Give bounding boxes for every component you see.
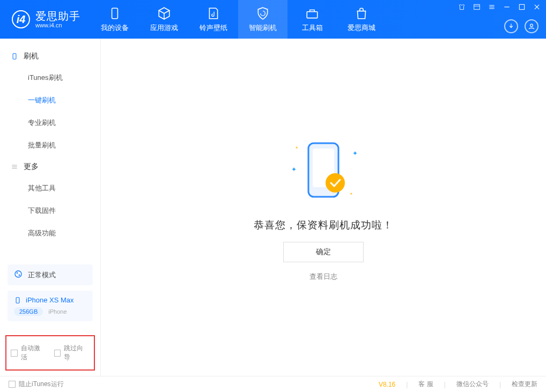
success-message: 恭喜您，保资料刷机成功啦！ xyxy=(254,218,393,232)
phone-icon xyxy=(11,53,18,60)
svg-point-16 xyxy=(15,271,21,277)
download-button[interactable] xyxy=(504,19,518,33)
svg-point-11 xyxy=(530,24,533,27)
footer-wechat[interactable]: 微信公众号 xyxy=(456,380,489,389)
ok-button[interactable]: 确定 xyxy=(283,242,364,262)
sidebar-item-itunes-flash[interactable]: iTunes刷机 xyxy=(0,66,100,89)
device-name-row: iPhone XS Max xyxy=(14,296,86,304)
sparkle-icon: ✦ xyxy=(352,150,358,157)
logo-area: i4 爱思助手 www.i4.cn xyxy=(0,0,90,39)
svg-rect-2 xyxy=(474,4,480,9)
app-name: 爱思助手 xyxy=(35,10,80,22)
nav-tabs: 我的设备 应用游戏 铃声壁纸 智能刷机 工具箱 爱思商城 xyxy=(90,0,386,39)
device-icon xyxy=(108,6,122,20)
device-capacity: 256GB xyxy=(14,307,43,316)
svg-rect-19 xyxy=(16,297,19,303)
sparkle-icon: • xyxy=(296,144,298,152)
tab-ringtones[interactable]: 铃声壁纸 xyxy=(189,0,238,39)
maximize-icon[interactable] xyxy=(518,3,526,12)
checkbox-icon xyxy=(9,381,16,388)
mode-card[interactable]: 正常模式 xyxy=(8,264,93,285)
tab-toolbox[interactable]: 工具箱 xyxy=(287,0,337,39)
sidebar-status: 正常模式 iPhone XS Max 256GB iPhone xyxy=(0,264,100,332)
tab-smart-flash[interactable]: 智能刷机 xyxy=(238,0,287,39)
checkbox-block-itunes[interactable]: 阻止iTunes运行 xyxy=(9,380,64,389)
sidebar: 刷机 iTunes刷机 一键刷机 专业刷机 批量刷机 更多 其他工具 下载固件 … xyxy=(0,39,101,376)
checkbox-auto-activate[interactable]: 自动激活 xyxy=(11,344,47,362)
mode-icon xyxy=(14,270,23,280)
checkbox-icon xyxy=(54,350,61,357)
footer-update[interactable]: 检查更新 xyxy=(512,380,537,389)
music-file-icon xyxy=(206,6,220,20)
shield-sync-icon xyxy=(256,6,270,20)
svg-rect-12 xyxy=(13,54,16,60)
close-icon[interactable] xyxy=(533,3,541,12)
sidebar-item-pro-flash[interactable]: 专业刷机 xyxy=(0,112,100,134)
view-log-link[interactable]: 查看日志 xyxy=(309,272,337,282)
svg-point-18 xyxy=(19,275,20,276)
sidebar-group-flash: 刷机 xyxy=(0,46,100,66)
flash-options-highlight: 自动激活 跳过向导 xyxy=(5,335,95,371)
svg-point-17 xyxy=(17,272,18,274)
sidebar-item-advanced[interactable]: 高级功能 xyxy=(0,222,100,245)
footer-support[interactable]: 客 服 xyxy=(418,380,433,389)
layout-icon[interactable] xyxy=(473,3,481,12)
cube-icon xyxy=(157,6,171,20)
sidebar-group-more: 更多 xyxy=(0,157,100,177)
device-card[interactable]: iPhone XS Max 256GB iPhone xyxy=(8,291,93,321)
app-url: www.i4.cn xyxy=(35,22,80,28)
svg-rect-1 xyxy=(307,11,318,18)
tab-store[interactable]: 爱思商城 xyxy=(337,0,386,39)
sidebar-item-oneclick-flash[interactable]: 一键刷机 xyxy=(0,89,100,112)
phone-small-icon xyxy=(14,297,21,304)
list-icon xyxy=(11,163,18,171)
main-area: ✦ ✦ • • 恭喜您，保资料刷机成功啦！ 确定 查看日志 xyxy=(101,39,546,376)
sidebar-item-download-firmware[interactable]: 下载固件 xyxy=(0,199,100,222)
header-actions xyxy=(504,19,538,33)
minimize-icon[interactable] xyxy=(503,3,511,12)
success-illustration: ✦ ✦ • • xyxy=(286,134,361,209)
tab-apps-games[interactable]: 应用游戏 xyxy=(139,0,189,39)
device-type: iPhone xyxy=(48,308,67,315)
toolbox-icon xyxy=(305,6,319,20)
footer: 阻止iTunes运行 V8.16 | 客 服 | 微信公众号 | 检查更新 xyxy=(0,376,546,392)
tab-my-device[interactable]: 我的设备 xyxy=(90,0,139,39)
checkbox-icon xyxy=(11,350,18,357)
window-controls xyxy=(458,3,541,12)
sidebar-item-batch-flash[interactable]: 批量刷机 xyxy=(0,134,100,157)
sidebar-item-other-tools[interactable]: 其他工具 xyxy=(0,177,100,199)
version-label: V8.16 xyxy=(379,381,395,388)
user-button[interactable] xyxy=(525,19,538,33)
sparkle-icon: • xyxy=(350,190,352,198)
checkbox-skip-guide[interactable]: 跳过向导 xyxy=(54,344,90,362)
logo-icon: i4 xyxy=(12,10,30,28)
bag-icon xyxy=(355,6,368,20)
menu-icon[interactable] xyxy=(488,3,496,12)
app-header: i4 爱思助手 www.i4.cn 我的设备 应用游戏 铃声壁纸 智能刷机 工具… xyxy=(0,0,546,39)
shirt-icon[interactable] xyxy=(458,3,466,12)
mode-label: 正常模式 xyxy=(28,270,56,280)
sparkle-icon: ✦ xyxy=(291,166,297,173)
svg-point-22 xyxy=(326,173,345,193)
svg-rect-8 xyxy=(519,4,524,9)
svg-rect-0 xyxy=(112,8,118,19)
